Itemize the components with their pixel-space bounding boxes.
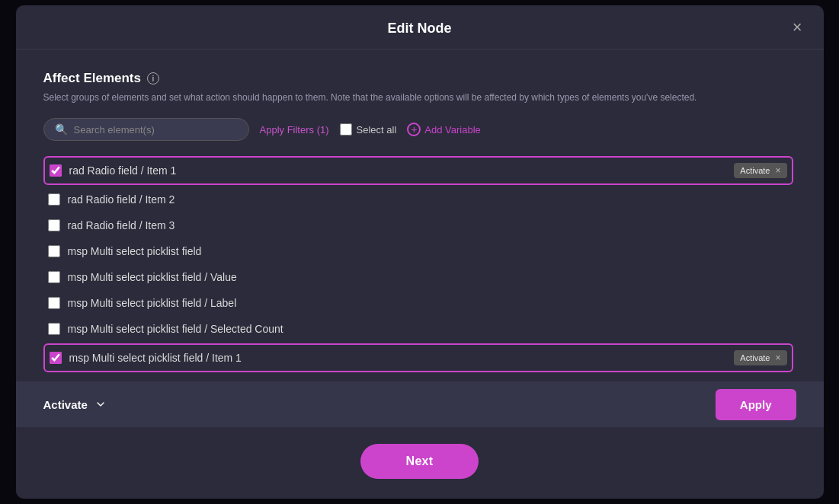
modal-footer: Next	[16, 427, 824, 499]
action-badge: Activate×	[734, 350, 786, 365]
element-label: msp Multi select picklist field / Select…	[68, 323, 789, 335]
action-badge: Activate×	[734, 163, 786, 178]
element-label: msp Multi select picklist field / Value	[68, 271, 789, 283]
modal-overlay: Edit Node × Affect Elements i Select gro…	[0, 0, 839, 504]
add-variable-icon: +	[407, 123, 421, 136]
modal-title: Edit Node	[388, 21, 452, 37]
element-label: rad Radio field / Item 3	[68, 219, 789, 231]
list-item: rad Radio field / Item 2	[43, 187, 793, 212]
element-checkbox[interactable]	[50, 352, 62, 364]
search-icon: 🔍	[55, 123, 68, 136]
next-button[interactable]: Next	[360, 444, 479, 479]
search-input[interactable]	[74, 124, 238, 136]
list-item: msp Multi select picklist field / Label	[43, 290, 793, 316]
list-item: rad Radio field / Item 1Activate×	[43, 156, 793, 185]
action-select[interactable]: Activate	[43, 398, 110, 411]
list-item: msp Multi select picklist field	[43, 238, 793, 264]
modal-header: Edit Node ×	[16, 5, 824, 49]
element-checkbox[interactable]	[48, 271, 60, 283]
elements-list-wrap: rad Radio field / Item 1Activate×rad Rad…	[43, 155, 796, 374]
section-description: Select groups of elements and set what a…	[43, 91, 796, 104]
action-badge-label: Activate	[740, 166, 770, 175]
apply-filters-button[interactable]: Apply Filters (1)	[260, 121, 329, 139]
action-badge-remove[interactable]: ×	[775, 165, 780, 176]
action-select-wrap: Activate	[43, 398, 716, 411]
element-checkbox[interactable]	[48, 193, 60, 206]
elements-list: rad Radio field / Item 1Activate×rad Rad…	[43, 155, 796, 374]
element-label: rad Radio field / Item 2	[68, 193, 789, 206]
action-badge-label: Activate	[740, 353, 770, 362]
section-title: Affect Elements i	[43, 71, 796, 86]
action-badge-remove[interactable]: ×	[775, 352, 780, 363]
element-checkbox[interactable]	[48, 245, 60, 257]
list-item: msp Multi select picklist field / Item 1…	[43, 343, 793, 372]
modal-body: Affect Elements i Select groups of eleme…	[16, 49, 824, 374]
element-checkbox[interactable]	[48, 297, 60, 309]
element-label: msp Multi select picklist field	[68, 245, 789, 257]
add-variable-button[interactable]: + Add Variable	[407, 123, 480, 136]
edit-node-modal: Edit Node × Affect Elements i Select gro…	[16, 5, 824, 499]
list-item: msp Multi select picklist field / Value	[43, 264, 793, 290]
close-button[interactable]: ×	[789, 16, 805, 39]
element-checkbox[interactable]	[48, 219, 60, 231]
list-item: rad Radio field / Item 3	[43, 212, 793, 238]
list-item: msp Multi select picklist field / Select…	[43, 316, 793, 342]
search-box[interactable]: 🔍	[43, 118, 249, 141]
element-label: msp Multi select picklist field / Label	[68, 297, 789, 309]
element-checkbox[interactable]	[50, 164, 62, 177]
bottom-bar: Activate Apply	[16, 381, 824, 427]
info-icon: i	[147, 72, 159, 85]
select-all-label[interactable]: Select all	[340, 123, 397, 136]
element-label: msp Multi select picklist field / Item 1	[69, 352, 727, 364]
toolbar: 🔍 Apply Filters (1) Select all + Add Var…	[43, 118, 796, 141]
element-label: rad Radio field / Item 1	[69, 164, 727, 177]
element-checkbox[interactable]	[48, 323, 60, 335]
select-all-checkbox[interactable]	[340, 123, 352, 136]
apply-button[interactable]: Apply	[716, 389, 796, 420]
